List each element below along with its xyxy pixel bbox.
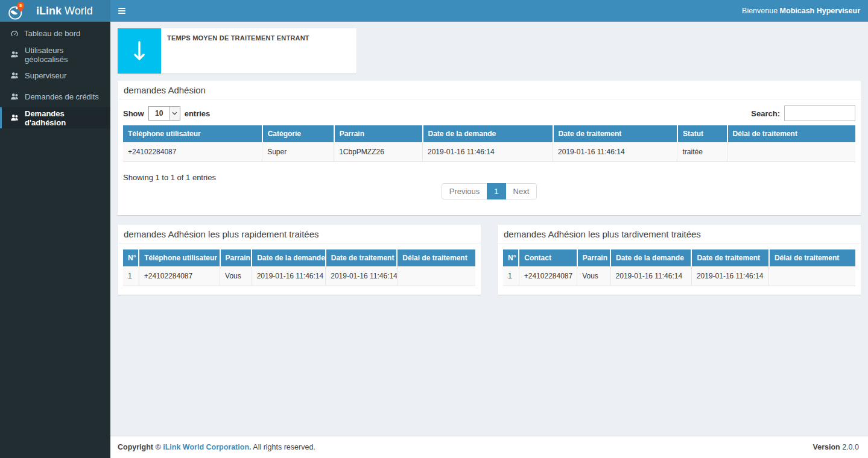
cell-contact: +24102284087 xyxy=(519,266,577,286)
sidebar-item-label: Superviseur xyxy=(25,71,66,80)
panel-fastest-adhesions: demandes Adhésion les plus rapidement tr… xyxy=(118,225,481,295)
top-navbar: $ iLink World Bienvenue Mobicash Hypervi… xyxy=(0,0,868,22)
copyright-text: Copyright © iLink World Corporation. All… xyxy=(118,443,315,451)
pagination: Previous 1 Next xyxy=(442,183,537,199)
cell-parrain: Vous xyxy=(577,266,610,286)
info-box-label: TEMPS MOYEN DE TRAITEMENT ENTRANT xyxy=(167,34,309,42)
long-arrow-down-icon xyxy=(118,28,161,74)
cell-telephone: +24102284087 xyxy=(139,266,220,286)
cell-date-demande: 2019-01-16 11:46:14 xyxy=(610,266,691,286)
col-telephone: Téléphone utilisateur xyxy=(139,249,220,266)
table-row: 1 +24102284087 Vous 2019-01-16 11:46:14 … xyxy=(123,266,475,286)
panel-title: demandes Adhésion les plus tardivement t… xyxy=(498,225,861,243)
page-length-value: 10 xyxy=(149,107,169,120)
cell-telephone: +24102284087 xyxy=(123,142,262,162)
search-input[interactable] xyxy=(784,105,855,121)
sidebar-toggle-icon[interactable] xyxy=(118,8,125,14)
users-icon xyxy=(10,72,19,80)
cell-categorie: Super xyxy=(262,142,334,162)
pagination-page-1-button[interactable]: 1 xyxy=(487,183,505,199)
latest-table: N° Contact Parrain Date de la demande Da… xyxy=(503,249,855,286)
cell-delai-traitement xyxy=(397,266,475,286)
search-label: Search: xyxy=(751,109,780,118)
sidebar-item-label: Utilisateurs géolocalisés xyxy=(25,46,102,64)
sidebar-item-demandes-de-credits[interactable]: Demandes de crédits xyxy=(0,86,110,107)
cell-statut: traitée xyxy=(677,142,727,162)
cell-numero: 1 xyxy=(503,266,519,286)
col-date-traitement: Date de traitement xyxy=(326,249,398,266)
col-telephone[interactable]: Téléphone utilisateur xyxy=(123,125,262,142)
version-text: Version 2.0.0 xyxy=(813,443,859,451)
cell-parrain: 1CbpPMZZ26 xyxy=(334,142,423,162)
content-area: TEMPS MOYEN DE TRAITEMENT ENTRANT demand… xyxy=(110,22,868,436)
col-contact: Contact xyxy=(519,249,577,266)
page-length-select[interactable]: 10 xyxy=(148,106,180,121)
panel-latest-adhesions: demandes Adhésion les plus tardivement t… xyxy=(498,225,861,295)
sidebar-item-tableau-de-bord[interactable]: Tableau de bord xyxy=(0,23,110,44)
company-link[interactable]: iLink World Corporation. xyxy=(163,443,251,451)
sidebar: Tableau de bord Utilisateurs géolocalisé… xyxy=(0,22,110,458)
users-icon xyxy=(10,114,19,122)
users-icon xyxy=(10,51,19,58)
sidebar-item-utilisateurs-geolocalises[interactable]: Utilisateurs géolocalisés xyxy=(0,44,110,65)
show-label: Show xyxy=(123,109,144,118)
sidebar-item-label: Tableau de bord xyxy=(24,29,80,38)
col-categorie[interactable]: Catégorie xyxy=(262,125,334,142)
table-header-row: N° Contact Parrain Date de la demande Da… xyxy=(503,249,855,266)
info-box-temps-moyen: TEMPS MOYEN DE TRAITEMENT ENTRANT xyxy=(118,28,356,74)
cell-date-traitement: 2019-01-16 11:46:14 xyxy=(326,266,398,286)
col-numero: N° xyxy=(503,249,519,266)
page-footer: Copyright © iLink World Corporation. All… xyxy=(110,436,868,458)
cell-date-traitement: 2019-01-16 11:46:14 xyxy=(691,266,768,286)
cell-date-demande: 2019-01-16 11:46:14 xyxy=(252,266,326,286)
col-delai-traitement: Délai de traitement xyxy=(397,249,475,266)
table-header-row: Téléphone utilisateur Catégorie Parrain … xyxy=(123,125,855,142)
entries-label: entries xyxy=(185,109,211,118)
col-parrain: Parrain xyxy=(577,249,610,266)
sidebar-item-superviseur[interactable]: Superviseur xyxy=(0,65,110,86)
cell-date-traitement: 2019-01-16 11:46:14 xyxy=(553,142,677,162)
col-delai-traitement: Délai de traitement xyxy=(769,249,855,266)
sidebar-item-demandes-adhesion[interactable]: Demandes d'adhésion xyxy=(0,107,110,128)
showing-entries-text: Showing 1 to 1 of 1 entries xyxy=(123,173,855,182)
sidebar-item-label: Demandes de crédits xyxy=(25,92,99,101)
panel-title: demandes Adhésion les plus rapidement tr… xyxy=(118,225,481,243)
col-parrain: Parrain xyxy=(220,249,252,266)
col-parrain[interactable]: Parrain xyxy=(334,125,423,142)
pagination-next-button[interactable]: Next xyxy=(505,183,537,199)
col-delai-traitement[interactable]: Délai de traitement xyxy=(727,125,855,142)
sidebar-item-label: Demandes d'adhésion xyxy=(25,109,102,127)
cell-parrain: Vous xyxy=(220,266,252,286)
col-date-traitement[interactable]: Date de traitement xyxy=(553,125,677,142)
col-date-demande[interactable]: Date de la demande xyxy=(423,125,553,142)
chevron-down-icon xyxy=(169,107,180,120)
welcome-text: Bienvenue Mobicash Hyperviseur xyxy=(742,7,860,15)
ilink-globe-logo-icon: $ xyxy=(7,1,27,21)
table-header-row: N° Téléphone utilisateur Parrain Date de… xyxy=(123,249,475,266)
col-date-demande: Date de la demande xyxy=(610,249,691,266)
users-icon xyxy=(10,93,19,101)
adhesion-table: Téléphone utilisateur Catégorie Parrain … xyxy=(123,125,855,162)
fastest-table: N° Téléphone utilisateur Parrain Date de… xyxy=(123,249,475,286)
panel-title: demandes Adhésion xyxy=(118,81,861,99)
cell-delai-traitement xyxy=(727,142,855,162)
cell-date-demande: 2019-01-16 11:46:14 xyxy=(423,142,553,162)
pagination-previous-button[interactable]: Previous xyxy=(442,183,488,199)
col-numero: N° xyxy=(123,249,139,266)
navbar: Bienvenue Mobicash Hyperviseur xyxy=(110,0,868,22)
brand[interactable]: $ iLink World xyxy=(0,0,110,22)
col-date-traitement: Date de traitement xyxy=(691,249,768,266)
col-statut[interactable]: Statut xyxy=(677,125,727,142)
panel-demandes-adhesion: demandes Adhésion Show 10 entries xyxy=(118,81,861,215)
table-row: 1 +24102284087 Vous 2019-01-16 11:46:14 … xyxy=(503,266,855,286)
app-title: iLink World xyxy=(36,5,93,17)
cell-numero: 1 xyxy=(123,266,139,286)
col-date-demande: Date de la demande xyxy=(252,249,326,266)
dashboard-icon xyxy=(10,30,19,38)
table-row: +24102284087 Super 1CbpPMZZ26 2019-01-16… xyxy=(123,142,855,162)
cell-delai-traitement xyxy=(769,266,855,286)
